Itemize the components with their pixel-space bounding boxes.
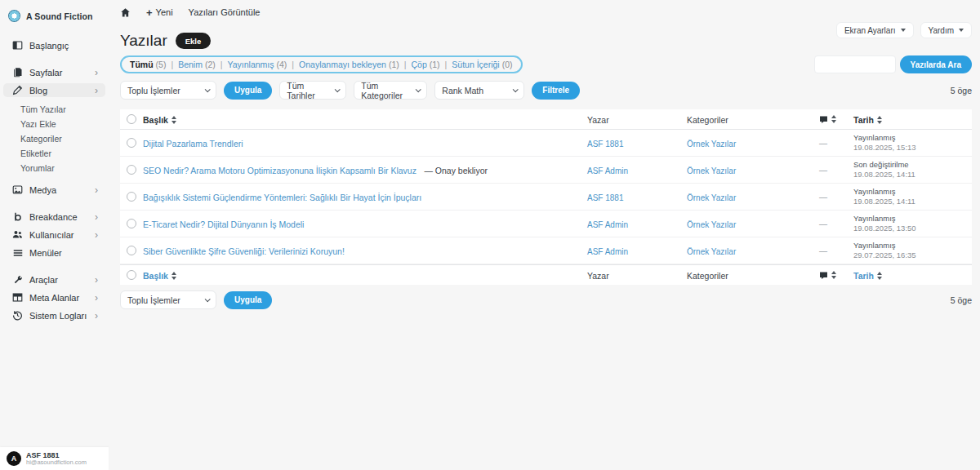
dashboard-icon <box>12 40 23 51</box>
current-user-card[interactable]: A ASF 1881 hi@asoundfiction.com <box>0 447 109 470</box>
history-icon <box>12 310 23 321</box>
apply-button-bottom[interactable]: Uygula <box>224 291 272 309</box>
chevron-down-icon <box>513 86 519 92</box>
sidebar-subitem[interactable]: Yazı Ekle <box>0 117 109 131</box>
chevron-down-icon <box>205 296 211 302</box>
sidebar-item-menuler[interactable]: Menüler <box>3 246 105 259</box>
author-link[interactable]: ASF Admin <box>587 220 628 229</box>
column-header-comments[interactable] <box>819 115 836 124</box>
sidebar-item-meta-alanlar[interactable]: Meta Alanlar › <box>3 290 105 304</box>
users-icon <box>12 229 23 240</box>
author-link[interactable]: ASF Admin <box>587 166 628 175</box>
sidebar-item-araclar[interactable]: Araçlar › <box>3 273 105 286</box>
sidebar-subitem[interactable]: Etiketler <box>0 146 109 161</box>
table-row: SEO Nedir? Arama Motoru Optimizasyonuna … <box>120 157 972 184</box>
date-filter-select[interactable]: Tüm Tarihler <box>279 81 346 100</box>
category-link[interactable]: Örnek Yazılar <box>687 193 736 202</box>
post-state-label: — Onay bekliyor <box>424 166 488 175</box>
sidebar-item-sayfalar[interactable]: Sayfalar › <box>3 65 105 79</box>
category-link[interactable]: Örnek Yazılar <box>687 247 736 256</box>
category-link[interactable]: Örnek Yazılar <box>687 140 736 149</box>
home-icon[interactable] <box>120 7 131 18</box>
row-checkbox[interactable] <box>127 165 136 175</box>
status-filter-link[interactable]: Yayınlanmış <box>228 60 274 69</box>
author-link[interactable]: ASF 1881 <box>587 140 623 149</box>
new-post-menu[interactable]: + Yeni <box>146 7 173 18</box>
sidebar-subitem[interactable]: Yorumlar <box>0 161 109 175</box>
post-title-link[interactable]: SEO Nedir? Arama Motoru Optimizasyonuna … <box>143 166 416 175</box>
bulk-actions-select[interactable]: Toplu İşlemler <box>120 81 216 100</box>
comment-count: — <box>819 219 827 228</box>
column-footer-comments[interactable] <box>819 271 836 280</box>
view-posts-link[interactable]: Yazıları Görüntüle <box>189 7 261 17</box>
post-status: Yayınlanmış <box>853 241 972 251</box>
status-filter-link[interactable]: Tümü <box>130 60 154 69</box>
user-email: hi@asoundfiction.com <box>26 459 87 467</box>
post-title-link[interactable]: Dijital Pazarlama Trendleri <box>143 139 243 149</box>
status-filter-link[interactable]: Benim <box>178 60 203 69</box>
category-filter-select[interactable]: Tüm Kategoriler <box>354 81 427 100</box>
caret-down-icon <box>959 29 964 32</box>
sidebar-item-kullanicilar[interactable]: Kullanıcılar › <box>3 228 105 242</box>
sidebar-item-medya[interactable]: Medya › <box>3 183 105 197</box>
sidebar-item-blog[interactable]: Blog › <box>3 83 105 97</box>
date-cell: Yayınlanmış 19.08.2025, 13:50 <box>853 214 972 233</box>
column-footer-date[interactable]: Tarih <box>853 271 882 281</box>
filter-button[interactable]: Filtrele <box>532 82 580 100</box>
sidebar-item-breakdance[interactable]: Breakdance › <box>3 210 105 224</box>
select-all-checkbox[interactable] <box>127 270 136 280</box>
screen-options-label: Ekran Ayarları <box>844 26 896 35</box>
column-header-date[interactable]: Tarih <box>853 115 882 125</box>
row-checkbox[interactable] <box>127 138 136 148</box>
sidebar-subitem[interactable]: Tüm Yazılar <box>0 102 109 117</box>
bulk-actions-value: Toplu İşlemler <box>127 295 180 305</box>
add-new-post-button[interactable]: Ekle <box>176 33 212 49</box>
site-name: A Sound Fiction <box>26 11 93 21</box>
column-header-title[interactable]: Başlık <box>143 115 176 125</box>
select-all-checkbox[interactable] <box>127 114 136 124</box>
site-header[interactable]: A Sound Fiction <box>0 8 109 22</box>
sidebar-item-label: Meta Alanlar <box>29 293 79 303</box>
post-date: 19.08.2025, 15:13 <box>853 143 972 153</box>
table-row: E-Ticaret Nedir? Dijital Dünyanın İş Mod… <box>120 211 972 237</box>
bulk-actions-select-bottom[interactable]: Toplu İşlemler <box>120 290 216 309</box>
search-input[interactable] <box>814 55 896 73</box>
chevron-right-icon: › <box>95 69 98 77</box>
status-filter-link[interactable]: Çöp <box>411 60 426 69</box>
breakdance-icon <box>12 211 23 222</box>
screen-options-button[interactable]: Ekran Ayarları <box>836 22 914 38</box>
views-row: Tümü (5) Benim (2) Yayınlanmış (4) <box>120 55 972 73</box>
status-filter: Çöp (1) <box>411 60 452 69</box>
post-title-link[interactable]: E-Ticaret Nedir? Dijital Dünyanın İş Mod… <box>143 219 304 229</box>
help-button[interactable]: Yardım <box>920 22 973 38</box>
author-link[interactable]: ASF 1881 <box>587 193 623 202</box>
status-filter-count: (1) <box>430 60 440 69</box>
chevron-right-icon: › <box>95 312 98 320</box>
category-link[interactable]: Örnek Yazılar <box>687 220 736 229</box>
row-checkbox[interactable] <box>127 246 136 255</box>
author-link[interactable]: ASF Admin <box>587 247 628 256</box>
post-date: 19.08.2025, 14:11 <box>853 170 972 180</box>
search-posts-button[interactable]: Yazılarda Ara <box>900 55 972 73</box>
table-row: Siber Güvenlikte Şifre Güvenliği: Verile… <box>120 237 972 264</box>
status-filter: Benim (2) <box>178 60 227 69</box>
seo-filter-select[interactable]: Rank Math <box>434 81 524 100</box>
apply-button[interactable]: Uygula <box>224 82 272 100</box>
category-link[interactable]: Örnek Yazılar <box>687 166 736 175</box>
table-footer-row: Başlık Yazar Kategoriler Tarih <box>120 264 972 285</box>
post-title-link[interactable]: Siber Güvenlikte Şifre Güvenliği: Verile… <box>143 246 345 256</box>
sidebar-item-sistem-loglari[interactable]: Sistem Logları › <box>3 308 105 322</box>
sidebar-item-baslangic[interactable]: Başlangıç <box>3 38 105 52</box>
status-filter-link[interactable]: Sütun İçeriği <box>452 60 499 69</box>
status-filter-count: (1) <box>389 60 399 69</box>
sidebar: A Sound Fiction Başlangıç Sayfalar › <box>0 0 109 470</box>
row-checkbox[interactable] <box>127 219 136 228</box>
post-title-link[interactable]: Bağışıklık Sistemi Güçlendirme Yöntemler… <box>143 193 421 202</box>
comment-bubble-icon <box>819 115 828 124</box>
row-checkbox[interactable] <box>127 192 136 202</box>
sidebar-item-label: Kullanıcılar <box>29 230 74 240</box>
column-footer-title[interactable]: Başlık <box>143 271 176 281</box>
status-filter-link[interactable]: Onaylanmayı bekleyen <box>299 60 386 69</box>
status-filter: Onaylanmayı bekleyen (1) <box>299 60 411 69</box>
sidebar-subitem[interactable]: Kategoriler <box>0 131 109 146</box>
